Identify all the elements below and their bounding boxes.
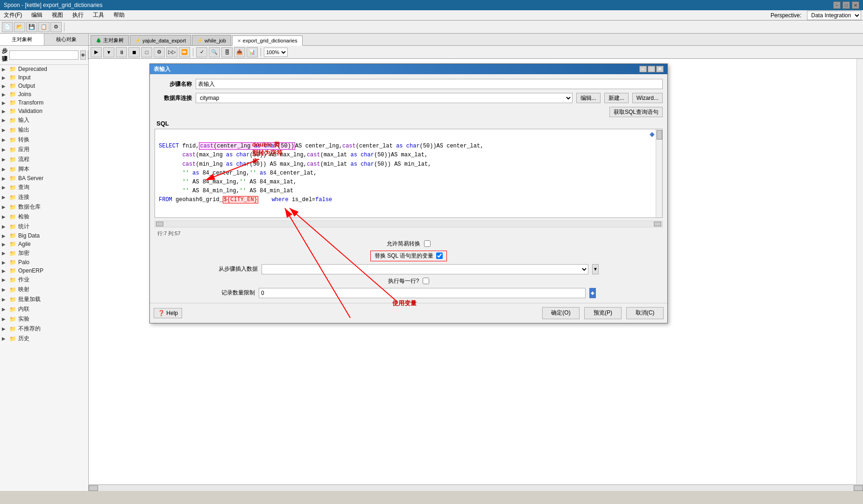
sql-vscrollbar[interactable] <box>656 129 662 217</box>
tree-item-openerp[interactable]: ▶📁OpenERP <box>0 266 88 275</box>
minimize-btn[interactable]: − <box>833 1 841 9</box>
replace-var-checkbox[interactable] <box>436 252 443 259</box>
saveas-btn[interactable]: 📋 <box>38 22 50 32</box>
tree-item-input[interactable]: ▶📁Input <box>0 73 88 82</box>
wizard-btn[interactable]: Wizard... <box>632 93 663 103</box>
tree-item-shiyan[interactable]: ▶📁实验 <box>0 314 88 324</box>
get-sql-btn[interactable]: 获取SQL查询语句 <box>609 107 663 117</box>
check-btn[interactable]: ✓ <box>196 47 207 57</box>
tree-item-ruku[interactable]: ▶📁输入 <box>0 115 88 125</box>
tree-item-yingyong[interactable]: ▶📁应用 <box>0 145 88 154</box>
tab-yajule[interactable]: ⚡ yajule_data_export <box>130 35 191 45</box>
menu-edit[interactable]: 编辑 <box>29 10 44 20</box>
tree-item-butuijian[interactable]: ▶📁不推荐的 <box>0 324 88 334</box>
tree-item-agile[interactable]: ▶📁Agile <box>0 240 88 248</box>
tree-item-piliangjia[interactable]: ▶📁批量加载 <box>0 294 88 304</box>
edit-btn[interactable]: 编辑... <box>576 93 601 103</box>
limit-spin-icon: ◆ <box>589 288 596 298</box>
tree-item-output[interactable]: ▶📁Output <box>0 82 88 90</box>
tree-item-tongji[interactable]: ▶📁统计 <box>0 222 88 231</box>
menu-run[interactable]: 执行 <box>71 10 85 20</box>
cancel-btn[interactable]: 取消(C) <box>626 307 664 319</box>
perspective-select[interactable]: Data Integration <box>807 11 861 20</box>
tree-item-lishi[interactable]: ▶📁历史 <box>0 334 88 343</box>
tree-item-jiami[interactable]: ▶📁加密 <box>0 248 88 258</box>
tree-item-jianyan[interactable]: ▶📁检验 <box>0 212 88 222</box>
tree-label: Deprecated <box>18 66 47 72</box>
dialog-close-btn[interactable]: ✕ <box>656 66 664 72</box>
tree-item-liucheng[interactable]: ▶📁流程 <box>0 154 88 164</box>
tree-item-lianjie[interactable]: ▶📁连接 <box>0 192 88 202</box>
limit-label: 记录数量限制 <box>221 289 255 297</box>
allow-lazy-checkbox[interactable] <box>424 240 431 247</box>
stop-btn[interactable]: ⏹ <box>128 47 140 57</box>
menu-tools[interactable]: 工具 <box>91 10 106 20</box>
maximize-btn[interactable]: □ <box>842 1 850 9</box>
dialog-maximize-btn[interactable]: □ <box>648 66 655 72</box>
tree-item-zhuanhuan[interactable]: ▶📁转换 <box>0 135 88 145</box>
canvas-area[interactable]: 表输入 − □ ✕ 步骤名称 <box>89 59 863 484</box>
db-btn[interactable]: 🗄 <box>221 47 233 57</box>
run-btn[interactable]: ▷▷ <box>166 47 177 57</box>
tree-item-joins[interactable]: ▶📁Joins <box>0 90 88 98</box>
menu-file[interactable]: 文件(F) <box>2 10 24 20</box>
play-btn[interactable]: ▶ <box>91 47 102 57</box>
tree-item-chaxun[interactable]: ▶📁查询 <box>0 182 88 192</box>
obj-tab-main[interactable]: 主对象树 <box>0 34 44 45</box>
pause-btn[interactable]: ⏸ <box>116 47 127 57</box>
tree-item-yingshe[interactable]: ▶📁映射 <box>0 285 88 294</box>
tree-item-neilian[interactable]: ▶📁内联 <box>0 304 88 314</box>
step-btn[interactable]: □ <box>141 47 152 57</box>
preview-btn[interactable]: ⚙ <box>154 47 165 57</box>
new-btn[interactable]: 📄 <box>2 22 13 32</box>
tree-item-zuoye[interactable]: ▶📁作业 <box>0 275 88 285</box>
save-btn[interactable]: 💾 <box>26 22 37 32</box>
from-step-dropdown-icon[interactable]: ▼ <box>592 264 599 274</box>
tree-item-shuchu[interactable]: ▶📁输出 <box>0 125 88 135</box>
tab-export-grid[interactable]: ✕ export_grid_dictionaries <box>232 35 303 46</box>
tab-icon: ⚡ <box>135 38 141 43</box>
new-btn[interactable]: 新建... <box>604 93 629 103</box>
tree-item-shujucangku[interactable]: ▶📁数据仓库 <box>0 202 88 212</box>
search-input[interactable] <box>9 50 78 60</box>
tree-item-palo[interactable]: ▶📁Palo <box>0 258 88 266</box>
layout-btn[interactable]: 📊 <box>247 47 258 57</box>
play-dropdown-btn[interactable]: ▼ <box>103 47 114 57</box>
main-vscrollbar[interactable] <box>856 59 863 484</box>
open-btn[interactable]: 📂 <box>14 22 25 32</box>
debug-btn[interactable]: ⏩ <box>179 47 190 57</box>
menu-help[interactable]: 帮助 <box>112 10 127 20</box>
menu-view[interactable]: 视图 <box>50 10 65 20</box>
tree-item-transform[interactable]: ▶📁Transform <box>0 98 88 107</box>
obj-tab-core[interactable]: 核心对象 <box>44 34 88 45</box>
folder-icon: 📁 <box>9 156 16 163</box>
tree-item-bigdata[interactable]: ▶📁Big Data <box>0 231 88 240</box>
zoom-select[interactable]: 100% <box>264 48 288 57</box>
preview-btn-footer[interactable]: 预览(P) <box>584 307 622 319</box>
tree-item-baserver[interactable]: ▶📁BA Server <box>0 174 88 182</box>
tab-while[interactable]: ⚡ while_job <box>192 35 231 45</box>
tree-item-validation[interactable]: ▶📁Validation <box>0 107 88 115</box>
settings-btn[interactable]: ⚙ <box>50 22 62 32</box>
sql-editor[interactable]: SELECT fnid,cast(center_lng as char(50))… <box>155 129 662 217</box>
tree-item-deprecated[interactable]: ▶📁Deprecated <box>0 65 88 73</box>
execute-each-checkbox[interactable] <box>423 278 429 284</box>
expand-icon: ▶ <box>2 287 7 292</box>
analyze-btn[interactable]: 🔍 <box>209 47 220 57</box>
tree-label: Input <box>18 74 31 81</box>
close-btn[interactable]: ✕ <box>852 1 859 9</box>
ok-btn[interactable]: 确定(O) <box>542 307 580 319</box>
db-select[interactable]: citymap <box>196 93 573 103</box>
limit-input[interactable] <box>259 288 586 298</box>
sql-hscrollbar[interactable] <box>155 221 663 227</box>
tab-main-tree[interactable]: 🌲 主对象树 <box>91 35 129 45</box>
search-expand-btn[interactable]: 👁 <box>80 50 86 60</box>
main-hscrollbar[interactable] <box>89 484 863 491</box>
export-btn[interactable]: 📤 <box>234 47 245 57</box>
from-step-select[interactable] <box>262 264 588 274</box>
help-btn[interactable]: ❓ Help <box>154 308 182 318</box>
expand-icon: ▶ <box>2 214 7 219</box>
tree-item-jiaoben[interactable]: ▶📁脚本 <box>0 164 88 174</box>
step-name-input[interactable] <box>196 79 663 89</box>
dialog-minimize-btn[interactable]: − <box>639 66 647 72</box>
